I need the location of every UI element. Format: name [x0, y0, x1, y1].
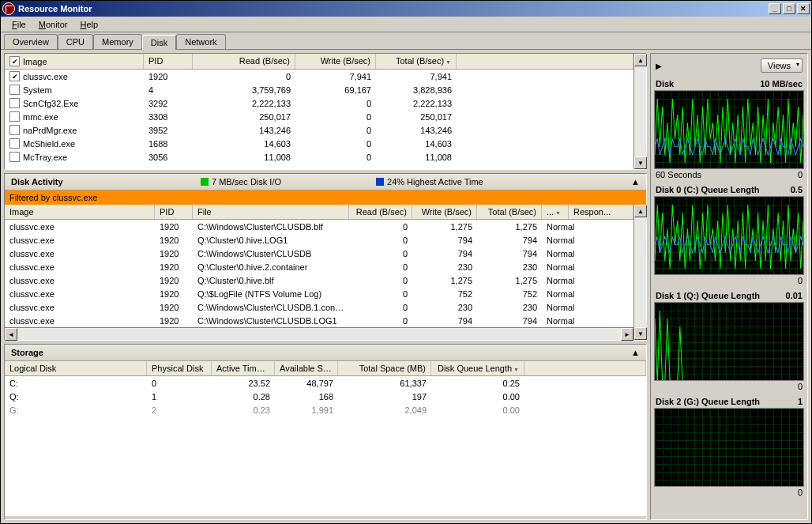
select-all-checkbox[interactable]: ✔: [9, 56, 20, 66]
activity-header: Image PID File Read (B/sec) Write (B/sec…: [5, 205, 633, 220]
activity-read: 0: [349, 288, 412, 300]
activity-file: C:\Windows\Cluster\CLUSDB.LOG1: [193, 315, 349, 326]
activity-pid: 1920: [155, 221, 193, 232]
process-image: System: [23, 85, 52, 95]
menu-help[interactable]: Help: [73, 18, 104, 31]
activity-row[interactable]: clussvc.exe 1920 C:\Windows\Cluster\CLUS…: [5, 314, 633, 327]
col-physical[interactable]: Physical Disk: [147, 361, 212, 375]
tab-network[interactable]: Network: [176, 34, 225, 49]
tab-memory[interactable]: Memory: [93, 34, 142, 49]
scroll-down-icon[interactable]: ▼: [634, 156, 647, 169]
activity-row[interactable]: clussvc.exe 1920 Q:\$LogFile (NTFS Volum…: [5, 287, 633, 300]
process-checkbox[interactable]: [9, 138, 20, 149]
app-icon: [2, 2, 15, 15]
activity-total: 230: [477, 302, 542, 313]
minimize-button[interactable]: _: [769, 3, 781, 14]
processes-scrollbar[interactable]: ▲ ▼: [633, 54, 646, 169]
col-resp[interactable]: Respon...: [569, 205, 633, 219]
maximize-button[interactable]: □: [783, 3, 795, 14]
close-button[interactable]: ✕: [797, 3, 810, 14]
process-read: 11,008: [193, 152, 295, 163]
process-total: 250,017: [376, 111, 457, 123]
activity-grid[interactable]: clussvc.exe 1920 C:\Windows\Cluster\CLUS…: [5, 220, 633, 327]
activity-image: clussvc.exe: [5, 288, 155, 300]
storage-row[interactable]: C: 0 23.52 48,797 61,337 0.25: [5, 376, 646, 390]
col-avail[interactable]: Available Sp...: [275, 361, 338, 375]
col-pri[interactable]: ...: [542, 205, 569, 219]
menu-file[interactable]: File: [6, 18, 32, 31]
activity-read: 0: [349, 302, 412, 313]
col-image[interactable]: Image: [23, 57, 47, 66]
storage-total: 61,337: [338, 378, 431, 389]
scroll-up-icon[interactable]: ▲: [634, 205, 647, 217]
activity-row[interactable]: clussvc.exe 1920 Q:\Cluster\0.hive.LOG1 …: [5, 233, 633, 247]
col-total[interactable]: Total Space (MB): [338, 361, 431, 375]
process-checkbox[interactable]: [9, 152, 20, 162]
col-total[interactable]: Total (B/sec): [376, 54, 457, 69]
process-row[interactable]: naPrdMgr.exe 3952 143,246 0 143,246: [5, 123, 633, 137]
tab-overview[interactable]: Overview: [4, 34, 58, 49]
col-image[interactable]: Image: [5, 205, 155, 219]
storage-row[interactable]: G: 2 0.23 1,991 2,049 0.00: [5, 403, 646, 417]
collapse-icon[interactable]: ▲: [631, 348, 640, 357]
process-read: 0: [193, 71, 295, 82]
tab-disk[interactable]: Disk: [142, 35, 176, 50]
views-button[interactable]: Views: [761, 58, 803, 73]
charts-pane: ▶ Views Disk10 MB/sec 60 Seconds0Disk 0 …: [650, 53, 808, 520]
processes-grid[interactable]: ✔clussvc.exe 1920 0 7,941 7,941System 4 …: [5, 70, 633, 169]
process-checkbox[interactable]: ✔: [9, 71, 20, 81]
activity-pid: 1920: [155, 262, 193, 273]
process-checkbox[interactable]: [9, 85, 20, 95]
process-checkbox[interactable]: [9, 111, 20, 122]
scroll-left-icon[interactable]: ◄: [5, 328, 17, 341]
process-row[interactable]: mmc.exe 3308 250,017 0 250,017: [5, 110, 633, 123]
activity-vscroll[interactable]: ▲ ▼: [633, 205, 646, 340]
process-row[interactable]: ScnCfg32.Exe 3292 2,222,133 0 2,222,133: [5, 96, 633, 110]
process-row[interactable]: ✔clussvc.exe 1920 0 7,941 7,941: [5, 70, 633, 83]
activity-row[interactable]: clussvc.exe 1920 Q:\Cluster\0.hive.2.con…: [5, 260, 633, 273]
process-total: 14,603: [376, 138, 457, 149]
collapse-icon[interactable]: ▲: [631, 177, 640, 187]
process-row[interactable]: McShield.exe 1688 14,603 0 14,603: [5, 137, 633, 150]
scroll-up-icon[interactable]: ▲: [634, 54, 647, 66]
storage-row[interactable]: Q: 1 0.28 168 197 0.00: [5, 390, 646, 403]
scroll-right-icon[interactable]: ►: [621, 328, 633, 341]
process-row[interactable]: System 4 3,759,769 69,167 3,828,936: [5, 83, 633, 96]
col-logical[interactable]: Logical Disk: [5, 361, 147, 375]
col-read[interactable]: Read (B/sec): [193, 54, 295, 69]
activity-write: 794: [412, 248, 477, 259]
col-pid[interactable]: PID: [155, 205, 193, 219]
activity-row[interactable]: clussvc.exe 1920 C:\Windows\Cluster\CLUS…: [5, 220, 633, 233]
tab-cpu[interactable]: CPU: [58, 34, 93, 49]
col-file[interactable]: File: [193, 205, 349, 219]
col-queue[interactable]: Disk Queue Length: [431, 361, 524, 375]
process-checkbox[interactable]: [9, 98, 20, 108]
col-write[interactable]: Write (B/sec): [295, 54, 376, 69]
col-write[interactable]: Write (B/sec): [412, 205, 477, 219]
col-active[interactable]: Active Time ...: [212, 361, 275, 375]
col-pid[interactable]: PID: [144, 54, 193, 69]
activity-hscroll[interactable]: ◄ ►: [5, 327, 633, 340]
chart-footer-right: 0: [798, 382, 803, 391]
activity-row[interactable]: clussvc.exe 1920 C:\Windows\Cluster\CLUS…: [5, 247, 633, 260]
menubar: File Monitor Help: [1, 17, 811, 32]
activity-row[interactable]: clussvc.exe 1920 Q:\Cluster\0.hive.blf 0…: [5, 273, 633, 287]
menu-monitor[interactable]: Monitor: [32, 18, 74, 31]
process-checkbox[interactable]: [9, 125, 20, 135]
scroll-down-icon[interactable]: ▼: [634, 327, 647, 340]
col-read[interactable]: Read (B/sec): [349, 205, 412, 219]
storage-grid[interactable]: C: 0 23.52 48,797 61,337 0.25Q: 1 0.28 1…: [5, 376, 646, 516]
storage-header[interactable]: Storage ▲: [5, 345, 646, 361]
disk-activity-header[interactable]: Disk Activity 7 MB/sec Disk I/O 24% High…: [5, 174, 646, 190]
process-row[interactable]: McTray.exe 3056 11,008 0 11,008: [5, 150, 633, 164]
expand-charts-icon[interactable]: ▶: [656, 62, 662, 70]
process-pid: 3292: [144, 98, 193, 109]
col-total[interactable]: Total (B/sec): [477, 205, 542, 219]
process-total: 143,246: [376, 125, 457, 136]
titlebar[interactable]: Resource Monitor _ □ ✕: [1, 1, 811, 17]
process-pid: 4: [144, 85, 193, 96]
process-total: 2,222,133: [376, 98, 457, 109]
activity-row[interactable]: clussvc.exe 1920 C:\Windows\Cluster\CLUS…: [5, 300, 633, 314]
storage-physical: 1: [147, 391, 212, 402]
storage-active: 0.28: [212, 391, 275, 402]
